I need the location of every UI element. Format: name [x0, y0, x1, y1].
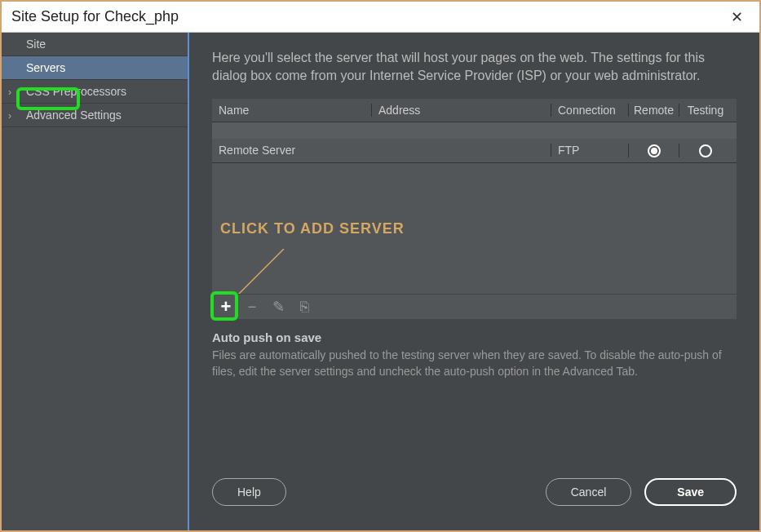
autopush-desc: Files are automatically pushed to the te…	[212, 348, 737, 379]
cell-testing	[679, 144, 732, 157]
sidebar-item-label: Advanced Settings	[26, 109, 122, 122]
sidebar-item-label: CSS Preprocessors	[26, 85, 126, 98]
chevron-right-icon: ›	[8, 110, 11, 122]
plus-icon: +	[221, 296, 232, 317]
table-toolbar: + − ✎ ⎘	[212, 294, 737, 319]
sidebar-item-servers[interactable]: Servers	[2, 56, 188, 80]
save-button[interactable]: Save	[644, 478, 737, 506]
window-title: Site Setup for Check_php	[11, 8, 179, 25]
table-body: Remote Server FTP CLICK TO ADD SERVER	[212, 122, 737, 294]
annotation-text: CLICK TO ADD SERVER	[220, 220, 405, 237]
radio-remote[interactable]	[648, 144, 661, 157]
cell-name: Remote Server	[212, 144, 371, 157]
col-header-address: Address	[371, 104, 551, 117]
col-header-connection: Connection	[551, 104, 628, 117]
pencil-icon: ✎	[272, 298, 285, 316]
server-table: Name Address Connection Remote Testing R…	[212, 99, 737, 319]
radio-testing[interactable]	[699, 144, 712, 157]
annotation-arrow	[235, 249, 300, 298]
table-header: Name Address Connection Remote Testing	[212, 99, 737, 122]
content-panel: Here you'll select the server that will …	[189, 33, 759, 530]
sidebar-item-advanced-settings[interactable]: › Advanced Settings	[2, 104, 188, 127]
minus-icon: −	[248, 299, 257, 316]
titlebar: Site Setup for Check_php ✕	[2, 2, 759, 33]
intro-text: Here you'll select the server that will …	[212, 49, 737, 86]
edit-server-button[interactable]: ✎	[269, 298, 287, 316]
svg-line-0	[237, 249, 284, 296]
sidebar-item-label: Servers	[26, 61, 65, 74]
autopush-heading: Auto push on save	[212, 330, 737, 344]
chevron-right-icon: ›	[8, 86, 11, 98]
table-spacer	[212, 122, 737, 139]
dialog-window: Site Setup for Check_php ✕ Site Servers …	[0, 0, 761, 532]
close-icon[interactable]: ✕	[724, 5, 750, 29]
col-header-name: Name	[212, 104, 371, 117]
sidebar-item-css-preprocessors[interactable]: › CSS Preprocessors	[2, 80, 188, 104]
sidebar-item-site[interactable]: Site	[2, 33, 188, 56]
sidebar-item-label: Site	[26, 38, 46, 51]
remove-server-button[interactable]: −	[243, 298, 261, 316]
col-header-testing: Testing	[679, 104, 732, 117]
sidebar: Site Servers › CSS Preprocessors › Advan…	[2, 33, 189, 530]
table-empty-area: CLICK TO ADD SERVER	[212, 163, 737, 294]
col-header-remote: Remote	[628, 104, 679, 117]
button-group-right: Cancel Save	[546, 478, 737, 506]
table-row[interactable]: Remote Server FTP	[212, 139, 737, 163]
duplicate-server-button[interactable]: ⎘	[295, 298, 313, 316]
button-row: Help Cancel Save	[212, 478, 737, 514]
cancel-button[interactable]: Cancel	[546, 478, 632, 506]
cell-connection: FTP	[551, 144, 628, 157]
dialog-body: Site Servers › CSS Preprocessors › Advan…	[2, 33, 759, 530]
add-server-button[interactable]: +	[217, 298, 235, 316]
help-button[interactable]: Help	[212, 478, 286, 506]
cell-remote	[628, 144, 679, 157]
duplicate-icon: ⎘	[300, 299, 309, 316]
